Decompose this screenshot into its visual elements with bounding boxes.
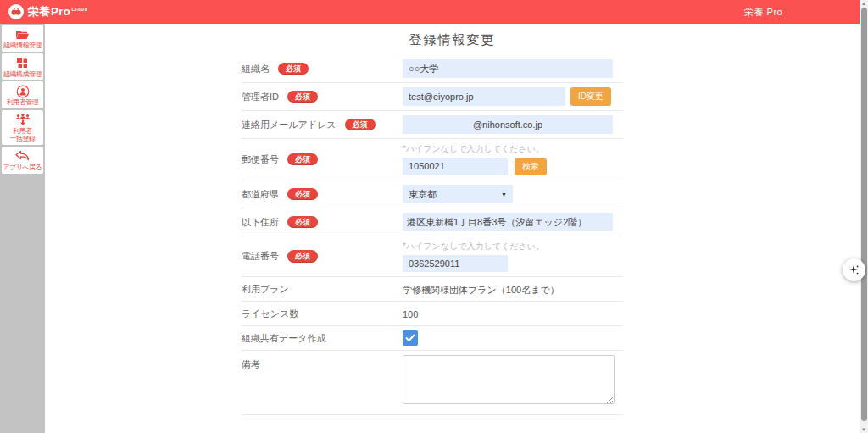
org-blocks-icon (3, 56, 42, 70)
users-bulk-icon (3, 113, 42, 127)
sidebar-item-bulk-register[interactable]: 利用者 一括登録 (2, 110, 43, 145)
sidebar: 組織情報管理 組織構成管理 利用者管理 (0, 24, 45, 433)
postal-search-button[interactable]: 検索 (515, 158, 547, 175)
row-contact-email: 連絡用メールアドレス 必須 (242, 111, 623, 139)
chevron-down-icon: ▼ (501, 192, 507, 197)
sidebar-item-label: アプリへ戻る (3, 164, 42, 172)
prefecture-label: 都道府県 (242, 188, 279, 201)
row-phone: 電話番号 必須 *ハイフンなしで入力してください。 (242, 236, 623, 277)
phone-label: 電話番号 (242, 250, 279, 263)
row-plan: 利用プラン 学修機関様団体プラン（100名まで） (242, 277, 623, 302)
assistant-float-button[interactable] (843, 258, 865, 281)
phone-input[interactable] (403, 255, 508, 272)
licenses-value: 100 (403, 309, 418, 319)
prefecture-selected-value: 東京都 (409, 188, 437, 201)
sidebar-item-back-to-app[interactable]: アプリへ戻る (2, 147, 43, 174)
licenses-label: ライセンス数 (242, 308, 298, 320)
row-licenses: ライセンス数 100 (242, 302, 623, 326)
app-logo[interactable]: 栄養ProCloud (8, 4, 88, 19)
contact-email-input[interactable] (403, 115, 613, 134)
scrollbar[interactable]: ▲ ▼ (860, 0, 868, 433)
address-label: 以下住所 (242, 216, 279, 229)
org-name-label: 組織名 (242, 63, 270, 75)
address-input[interactable] (403, 213, 613, 231)
sidebar-item-label: 組織構成管理 (3, 70, 42, 79)
app-header: 栄養ProCloud 栄養 Pro (0, 0, 860, 24)
required-badge: 必須 (278, 63, 309, 75)
row-org-name: 組織名 必須 (242, 55, 623, 83)
sidebar-item-org-info[interactable]: 組織情報管理 (2, 25, 43, 52)
scroll-down-icon[interactable]: ▼ (860, 426, 868, 433)
required-badge: 必須 (287, 188, 318, 201)
registration-form: 組織名 必須 管理者ID 必須 ID変更 連絡用メールアドレス 必須 (242, 55, 623, 433)
sidebar-item-user-management[interactable]: 利用者管理 (2, 81, 43, 108)
postal-code-label: 郵便番号 (242, 153, 279, 166)
back-arrow-icon (3, 149, 42, 164)
contact-email-label: 連絡用メールアドレス (242, 119, 337, 131)
sparkle-icon (849, 264, 860, 275)
required-badge: 必須 (287, 250, 318, 263)
row-admin-id: 管理者ID 必須 ID変更 (242, 83, 623, 111)
sidebar-item-label: 利用者管理 (3, 98, 42, 107)
shared-data-label: 組織共有データ作成 (242, 332, 326, 345)
row-postal-code: 郵便番号 必須 *ハイフンなしで入力してください。 検索 (242, 139, 623, 180)
required-badge: 必須 (345, 119, 376, 131)
user-icon (3, 84, 42, 98)
required-badge: 必須 (287, 153, 318, 166)
sidebar-item-label: 利用者 一括登録 (3, 127, 42, 143)
notes-label: 備考 (242, 358, 260, 371)
required-badge: 必須 (287, 91, 318, 103)
notes-textarea[interactable] (403, 355, 615, 404)
folder-icon (3, 27, 42, 42)
app-logo-icon (8, 4, 24, 19)
scroll-up-icon[interactable]: ▲ (860, 0, 868, 7)
sidebar-item-label: 組織情報管理 (3, 42, 42, 50)
app-title: 栄養ProCloud (28, 4, 88, 19)
required-badge: 必須 (287, 216, 318, 229)
scrollbar-thumb[interactable] (861, 8, 867, 421)
row-notes: 備考 (242, 351, 623, 415)
row-address: 以下住所 必須 (242, 208, 623, 236)
row-shared-data: 組織共有データ作成 (242, 326, 623, 351)
plan-value: 学修機関様団体プラン（100名まで） (403, 285, 559, 295)
postal-code-hint: *ハイフンなしで入力してください。 (403, 143, 623, 155)
shared-data-checkbox[interactable] (403, 330, 418, 346)
phone-hint: *ハイフンなしで入力してください。 (403, 241, 623, 253)
postal-code-input[interactable] (403, 158, 508, 175)
change-id-button[interactable]: ID変更 (570, 87, 611, 106)
admin-id-label: 管理者ID (242, 91, 279, 103)
sidebar-item-org-structure[interactable]: 組織構成管理 (2, 53, 43, 80)
page-title: 登録情報変更 (45, 32, 860, 48)
org-name-input[interactable] (403, 59, 613, 78)
main-content: 登録情報変更 組織名 必須 管理者ID 必須 ID変更 連絡用メー (45, 24, 860, 433)
plan-label: 利用プラン (242, 283, 289, 296)
row-prefecture: 都道府県 必須 東京都 ▼ (242, 180, 623, 208)
app-title-cloud: Cloud (71, 7, 88, 12)
check-icon (405, 334, 415, 342)
prefecture-select[interactable]: 東京都 ▼ (403, 185, 513, 203)
header-account-label[interactable]: 栄養 Pro (744, 6, 782, 19)
admin-id-input[interactable] (403, 87, 565, 106)
